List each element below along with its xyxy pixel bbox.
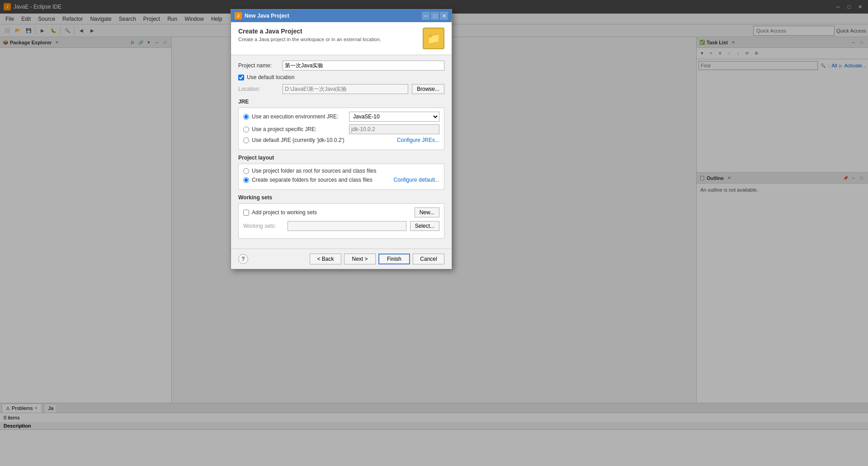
dialog-minimize-btn[interactable]: ─ [422, 12, 430, 20]
jre-execution-env-radio[interactable] [243, 114, 249, 120]
add-working-sets-checkbox[interactable] [243, 210, 249, 216]
layout-radio2-label[interactable]: Create separate folders for sources and … [252, 177, 373, 183]
dialog-header-title: Create a Java Project [238, 28, 381, 35]
dialog-header-icon: 📁 [423, 28, 444, 49]
layout-project-folder-radio[interactable] [243, 168, 249, 174]
project-name-row: Project name: [238, 61, 444, 71]
help-button[interactable]: ? [238, 254, 248, 264]
location-row: Location: Browse... [238, 84, 444, 94]
working-sets-input[interactable] [288, 221, 406, 231]
configure-default-link[interactable]: Configure default... [394, 177, 439, 183]
location-label: Location: [238, 86, 279, 92]
dialog-overlay: J New Java Project ─ □ ✕ Create a Java P… [0, 0, 868, 466]
dialog-button-bar: ? < Back Next > Finish Cancel [231, 249, 452, 269]
use-default-location-row: Use default location [238, 74, 444, 80]
project-name-input[interactable] [283, 61, 444, 71]
browse-button[interactable]: Browse... [412, 84, 444, 94]
layout-radio1-label[interactable]: Use project folder as root for sources a… [252, 168, 376, 174]
select-working-set-button[interactable]: Select... [410, 221, 439, 231]
back-button[interactable]: < Back [310, 254, 341, 264]
dialog-header: Create a Java Project Create a Java proj… [231, 22, 452, 55]
add-working-sets-row: Add project to working sets New... [243, 207, 439, 217]
new-java-project-dialog: J New Java Project ─ □ ✕ Create a Java P… [231, 9, 452, 269]
add-working-sets-label[interactable]: Add project to working sets [252, 209, 317, 216]
layout-radio2-row: Create separate folders for sources and … [243, 177, 439, 183]
use-default-location-label[interactable]: Use default location [247, 74, 294, 80]
configure-jres-link[interactable]: Configure JREs... [397, 137, 439, 143]
jre-env-dropdown[interactable]: JavaSE-10 [349, 112, 439, 122]
jre-radio2-row: Use a project specific JRE: jdk-10.0.2 [243, 124, 439, 134]
jre-specific-dropdown: jdk-10.0.2 [349, 124, 439, 134]
dialog-icon: J [235, 12, 242, 19]
dialog-maximize-btn[interactable]: □ [431, 12, 439, 20]
jre-radio1-label[interactable]: Use an execution environment JRE: [252, 113, 338, 120]
working-sets-row: Working sets: Select... [243, 221, 439, 231]
dialog-title: New Java Project [245, 13, 419, 19]
location-input[interactable] [283, 84, 408, 94]
working-sets-section-label: Working sets [238, 194, 444, 201]
dialog-titlebar: J New Java Project ─ □ ✕ [231, 9, 452, 22]
use-default-location-checkbox[interactable] [238, 75, 244, 80]
new-working-set-button[interactable]: New... [415, 207, 439, 217]
jre-default-radio[interactable] [243, 137, 249, 143]
layout-separate-folders-radio[interactable] [243, 177, 249, 183]
dialog-body: Project name: Use default location Locat… [231, 55, 452, 249]
project-layout-label: Project layout [238, 155, 444, 161]
dialog-header-desc: Create a Java project in the workspace o… [238, 37, 381, 42]
layout-radio1-row: Use project folder as root for sources a… [243, 168, 439, 174]
cancel-button[interactable]: Cancel [413, 254, 444, 264]
working-sets-label2: Working sets: [243, 223, 284, 229]
jre-radio3-label[interactable]: Use default JRE (currently 'jdk-10.0.2') [252, 137, 344, 143]
jre-section-label: JRE [238, 99, 444, 105]
jre-radio1-row: Use an execution environment JRE: JavaSE… [243, 112, 439, 122]
next-button[interactable]: Next > [344, 254, 376, 264]
jre-radio3-row: Use default JRE (currently 'jdk-10.0.2')… [243, 137, 439, 143]
finish-button[interactable]: Finish [378, 254, 410, 264]
jre-radio2-label[interactable]: Use a project specific JRE: [252, 126, 316, 132]
dialog-close-btn[interactable]: ✕ [440, 12, 448, 20]
project-name-label: Project name: [238, 62, 279, 69]
jre-project-specific-radio[interactable] [243, 127, 249, 132]
